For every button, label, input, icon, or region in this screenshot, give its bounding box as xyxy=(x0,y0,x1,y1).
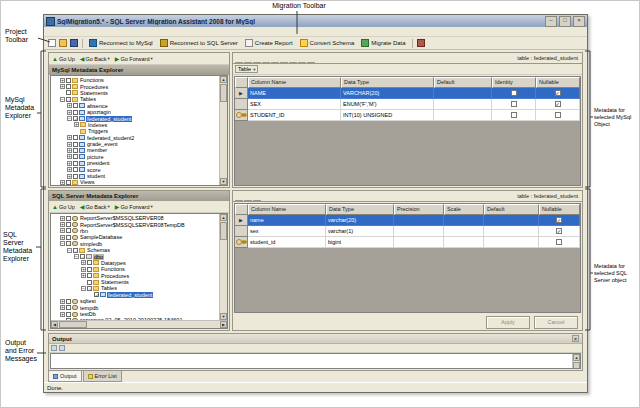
grid-row[interactable]: sex varchar(1) xyxy=(235,226,580,237)
expander-icon[interactable] xyxy=(67,161,72,166)
column-header[interactable]: Nullable xyxy=(536,77,580,88)
tree-item-label[interactable]: tempdb xyxy=(79,305,99,311)
item-checkbox[interactable] xyxy=(87,286,92,291)
column-name-cell[interactable]: student_id xyxy=(248,237,326,248)
tree-item-label[interactable]: grade_event xyxy=(86,141,119,147)
item-checkbox[interactable] xyxy=(94,292,99,297)
tab[interactable] xyxy=(253,200,261,201)
go-back-button[interactable]: ◀ Go Back ▾ xyxy=(79,56,111,62)
identity-checkbox[interactable] xyxy=(511,90,517,96)
scroll-thumb[interactable] xyxy=(573,362,580,369)
scroll-up-icon[interactable]: ▲ xyxy=(573,354,580,361)
scroll-thumb[interactable] xyxy=(59,321,87,328)
scroll-down-icon[interactable]: ▼ xyxy=(220,178,227,185)
precision-cell[interactable] xyxy=(394,226,444,237)
sql-tree-horizontal-scrollbar[interactable]: ◀ ▶ xyxy=(51,320,227,328)
scroll-track[interactable] xyxy=(220,241,227,313)
item-checkbox[interactable] xyxy=(66,312,71,317)
tab[interactable] xyxy=(244,200,252,201)
tree-item-label[interactable]: Statements xyxy=(100,279,130,285)
column-header[interactable]: Data Type xyxy=(326,204,394,215)
item-checkbox[interactable] xyxy=(66,97,71,102)
toolbar-button[interactable]: Create Report xyxy=(242,38,296,48)
scroll-thumb[interactable] xyxy=(220,84,227,102)
item-checkbox[interactable] xyxy=(66,241,71,246)
tree-item[interactable]: Views xyxy=(51,179,219,185)
tab[interactable] xyxy=(244,62,252,63)
item-checkbox[interactable] xyxy=(87,260,92,265)
toolbar-button[interactable]: Migrate Data xyxy=(358,38,408,48)
expander-icon[interactable] xyxy=(74,254,79,259)
default-cell[interactable] xyxy=(484,237,539,248)
expander-icon[interactable] xyxy=(67,154,72,159)
tree-item-label[interactable]: member xyxy=(86,147,108,153)
nullable-checkbox[interactable] xyxy=(556,228,562,234)
tree-item-label[interactable]: Functions xyxy=(79,77,105,83)
item-checkbox[interactable] xyxy=(66,305,71,310)
expander-icon[interactable] xyxy=(60,222,65,227)
expander-icon[interactable] xyxy=(67,110,72,115)
default-cell[interactable] xyxy=(434,99,492,110)
column-header[interactable]: Identity xyxy=(492,77,536,88)
tree-item-label[interactable]: federated_student2 xyxy=(86,135,135,141)
minimize-button[interactable]: – xyxy=(545,16,557,27)
item-checkbox[interactable] xyxy=(66,78,71,83)
toolbar-button[interactable]: Reconnect to MySql xyxy=(86,38,156,48)
item-checkbox[interactable] xyxy=(66,84,71,89)
scale-cell[interactable] xyxy=(444,226,484,237)
tree-item-label[interactable]: score xyxy=(86,167,101,173)
identity-checkbox[interactable] xyxy=(511,112,517,118)
expander-icon[interactable] xyxy=(60,97,65,102)
grid-row[interactable]: name varchar(20) xyxy=(235,215,580,226)
chevron-down-icon[interactable]: ▾ xyxy=(151,204,153,209)
item-checkbox[interactable] xyxy=(66,216,71,221)
nullable-checkbox[interactable] xyxy=(555,101,561,107)
column-name-cell[interactable]: SEX xyxy=(248,99,341,110)
tree-item-label[interactable]: testDb xyxy=(79,311,97,317)
item-checkbox[interactable] xyxy=(73,161,78,166)
data-type-cell[interactable]: varchar(20) xyxy=(326,215,394,226)
scroll-down-icon[interactable]: ▼ xyxy=(220,313,227,320)
toolbar-button[interactable]: Convert Schema xyxy=(297,38,358,48)
item-checkbox[interactable] xyxy=(73,116,78,121)
grid-row[interactable]: NAME VARCHAR(20) xyxy=(235,88,580,99)
data-type-cell[interactable]: INT(10) UNSIGNED xyxy=(341,110,434,121)
nullable-cell[interactable] xyxy=(536,99,580,110)
expander-icon[interactable] xyxy=(81,260,86,265)
menu-item[interactable] xyxy=(62,27,70,36)
tree-item-label[interactable]: Datatypes xyxy=(100,260,127,266)
scroll-track[interactable] xyxy=(220,103,227,178)
tab[interactable] xyxy=(280,62,288,63)
column-header[interactable]: Nullable xyxy=(539,204,580,215)
go-forward-button[interactable]: ▶ Go Forward ▾ xyxy=(114,56,154,62)
tree-item-label[interactable]: Triggers xyxy=(87,128,109,134)
item-checkbox[interactable] xyxy=(73,135,78,140)
tree-item-label[interactable]: Procedures xyxy=(79,84,109,90)
grid-row[interactable]: SEX ENUM('F','M') xyxy=(235,99,580,110)
go-back-button[interactable]: ◀ Go Back ▾ xyxy=(79,204,111,210)
data-type-cell[interactable]: ENUM('F','M') xyxy=(341,99,434,110)
output-tool-icon[interactable] xyxy=(59,345,65,351)
column-name-cell[interactable]: sex xyxy=(248,226,326,237)
expander-icon[interactable] xyxy=(60,235,65,240)
nullable-cell[interactable] xyxy=(539,226,580,237)
nullable-cell[interactable] xyxy=(539,237,580,248)
tab[interactable] xyxy=(271,62,279,63)
tree-item-label[interactable]: Functions xyxy=(100,266,126,272)
nullable-cell[interactable] xyxy=(536,110,580,121)
tree-item-label[interactable]: federated_student xyxy=(107,292,153,298)
go-up-button[interactable]: ▲ Go Up xyxy=(51,204,76,210)
item-checkbox[interactable] xyxy=(73,148,78,153)
tab[interactable] xyxy=(289,62,297,63)
expander-icon[interactable] xyxy=(67,148,72,153)
item-checkbox[interactable] xyxy=(87,273,92,278)
close-button[interactable]: × xyxy=(573,16,585,27)
chevron-down-icon[interactable]: ▾ xyxy=(151,56,153,61)
nullable-cell[interactable] xyxy=(539,215,580,226)
expander-icon[interactable] xyxy=(81,273,86,278)
nullable-checkbox[interactable] xyxy=(555,112,561,118)
expander-icon[interactable] xyxy=(60,228,65,233)
tree-item-label[interactable]: Tables xyxy=(79,96,97,102)
data-type-cell[interactable]: bigint xyxy=(326,237,394,248)
nullable-cell[interactable] xyxy=(536,88,580,99)
